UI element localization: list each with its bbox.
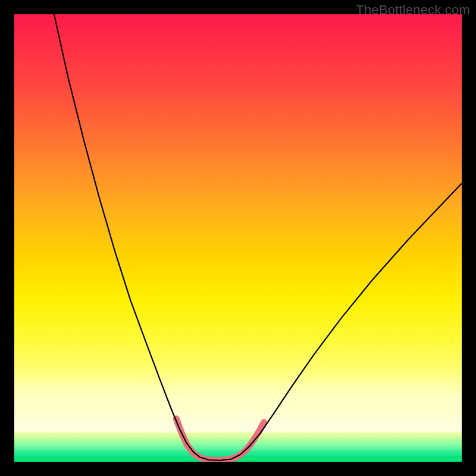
gradient-background bbox=[14, 14, 462, 433]
plot-area bbox=[14, 14, 462, 462]
watermark-text: TheBottleneck.com bbox=[356, 2, 470, 18]
green-baseline bbox=[14, 457, 462, 462]
chart-frame: TheBottleneck.com bbox=[0, 0, 476, 476]
